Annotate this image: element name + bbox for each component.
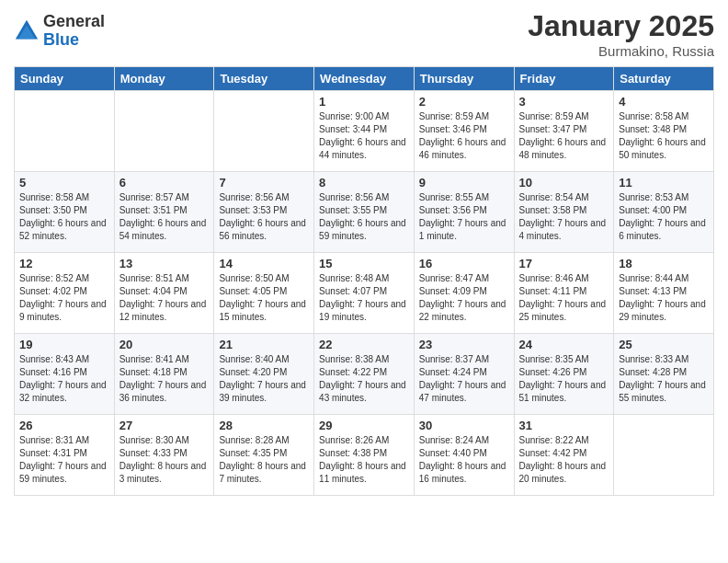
- day-number: 1: [319, 95, 409, 109]
- day-info: Sunrise: 8:50 AMSunset: 4:05 PMDaylight:…: [219, 272, 309, 324]
- calendar-cell: 13Sunrise: 8:51 AMSunset: 4:04 PMDayligh…: [114, 253, 214, 334]
- calendar-cell: 24Sunrise: 8:35 AMSunset: 4:26 PMDayligh…: [514, 334, 614, 415]
- logo: General Blue: [14, 13, 105, 50]
- day-info: Sunrise: 8:24 AMSunset: 4:40 PMDaylight:…: [419, 434, 509, 486]
- day-info: Sunrise: 8:53 AMSunset: 4:00 PMDaylight:…: [619, 191, 709, 243]
- day-number: 11: [619, 176, 709, 190]
- day-number: 18: [619, 257, 709, 270]
- calendar-week-2: 5Sunrise: 8:58 AMSunset: 3:50 PMDaylight…: [15, 172, 714, 253]
- day-number: 30: [419, 419, 509, 432]
- day-number: 26: [19, 419, 109, 432]
- weekday-header-friday: Friday: [514, 67, 614, 91]
- calendar-cell: 20Sunrise: 8:41 AMSunset: 4:18 PMDayligh…: [114, 334, 214, 415]
- calendar-cell: [214, 91, 314, 172]
- weekday-header-wednesday: Wednesday: [314, 67, 415, 91]
- calendar-cell: [15, 91, 115, 172]
- page: General Blue January 2025 Burmakino, Rus…: [0, 0, 728, 563]
- location: Burmakino, Russia: [528, 43, 714, 59]
- calendar-cell: 25Sunrise: 8:33 AMSunset: 4:28 PMDayligh…: [614, 334, 714, 415]
- calendar-cell: 7Sunrise: 8:56 AMSunset: 3:53 PMDaylight…: [214, 172, 314, 253]
- calendar-cell: 3Sunrise: 8:59 AMSunset: 3:47 PMDaylight…: [514, 91, 614, 172]
- day-number: 23: [419, 338, 509, 351]
- day-info: Sunrise: 8:38 AMSunset: 4:22 PMDaylight:…: [319, 353, 409, 405]
- calendar-cell: 4Sunrise: 8:58 AMSunset: 3:48 PMDaylight…: [614, 91, 714, 172]
- day-number: 15: [319, 257, 409, 270]
- weekday-header-monday: Monday: [114, 67, 214, 91]
- day-info: Sunrise: 9:00 AMSunset: 3:44 PMDaylight:…: [319, 110, 409, 162]
- day-info: Sunrise: 8:48 AMSunset: 4:07 PMDaylight:…: [319, 272, 409, 324]
- day-info: Sunrise: 8:37 AMSunset: 4:24 PMDaylight:…: [419, 353, 509, 405]
- calendar-cell: 28Sunrise: 8:28 AMSunset: 4:35 PMDayligh…: [214, 415, 314, 496]
- day-info: Sunrise: 8:43 AMSunset: 4:16 PMDaylight:…: [19, 353, 109, 405]
- day-number: 17: [519, 257, 609, 270]
- day-number: 21: [219, 338, 309, 351]
- day-number: 14: [219, 257, 309, 270]
- day-info: Sunrise: 8:59 AMSunset: 3:46 PMDaylight:…: [419, 110, 509, 162]
- calendar-cell: 22Sunrise: 8:38 AMSunset: 4:22 PMDayligh…: [314, 334, 415, 415]
- day-number: 6: [119, 176, 210, 190]
- calendar-cell: 27Sunrise: 8:30 AMSunset: 4:33 PMDayligh…: [114, 415, 214, 496]
- calendar-cell: 23Sunrise: 8:37 AMSunset: 4:24 PMDayligh…: [414, 334, 514, 415]
- day-info: Sunrise: 8:40 AMSunset: 4:20 PMDaylight:…: [219, 353, 309, 405]
- calendar-cell: 18Sunrise: 8:44 AMSunset: 4:13 PMDayligh…: [614, 253, 714, 334]
- calendar-cell: 8Sunrise: 8:56 AMSunset: 3:55 PMDaylight…: [314, 172, 415, 253]
- day-number: 9: [419, 176, 509, 190]
- logo-text: General Blue: [43, 13, 105, 50]
- day-number: 7: [219, 176, 309, 190]
- month-title: January 2025: [528, 9, 714, 43]
- day-info: Sunrise: 8:41 AMSunset: 4:18 PMDaylight:…: [119, 353, 210, 405]
- weekday-header-thursday: Thursday: [414, 67, 514, 91]
- day-info: Sunrise: 8:22 AMSunset: 4:42 PMDaylight:…: [519, 434, 609, 486]
- calendar-cell: 31Sunrise: 8:22 AMSunset: 4:42 PMDayligh…: [514, 415, 614, 496]
- day-info: Sunrise: 8:28 AMSunset: 4:35 PMDaylight:…: [219, 434, 309, 486]
- day-info: Sunrise: 8:26 AMSunset: 4:38 PMDaylight:…: [319, 434, 409, 486]
- calendar-cell: 1Sunrise: 9:00 AMSunset: 3:44 PMDaylight…: [314, 91, 415, 172]
- calendar-week-4: 19Sunrise: 8:43 AMSunset: 4:16 PMDayligh…: [15, 334, 714, 415]
- day-info: Sunrise: 8:57 AMSunset: 3:51 PMDaylight:…: [119, 191, 210, 243]
- logo-general: General: [43, 13, 105, 31]
- calendar-cell: 6Sunrise: 8:57 AMSunset: 3:51 PMDaylight…: [114, 172, 214, 253]
- weekday-header-saturday: Saturday: [614, 67, 714, 91]
- day-number: 2: [419, 95, 509, 109]
- day-number: 31: [519, 419, 609, 432]
- day-info: Sunrise: 8:54 AMSunset: 3:58 PMDaylight:…: [519, 191, 609, 243]
- day-info: Sunrise: 8:35 AMSunset: 4:26 PMDaylight:…: [519, 353, 609, 405]
- day-number: 4: [619, 95, 709, 109]
- calendar-cell: 26Sunrise: 8:31 AMSunset: 4:31 PMDayligh…: [15, 415, 115, 496]
- weekday-header-tuesday: Tuesday: [214, 67, 314, 91]
- day-number: 16: [419, 257, 509, 270]
- calendar-cell: 29Sunrise: 8:26 AMSunset: 4:38 PMDayligh…: [314, 415, 415, 496]
- weekday-header-sunday: Sunday: [15, 67, 115, 91]
- day-number: 25: [619, 338, 709, 351]
- calendar-table: SundayMondayTuesdayWednesdayThursdayFrid…: [14, 66, 714, 496]
- day-info: Sunrise: 8:46 AMSunset: 4:11 PMDaylight:…: [519, 272, 609, 324]
- weekday-header-row: SundayMondayTuesdayWednesdayThursdayFrid…: [15, 67, 714, 91]
- calendar-cell: 11Sunrise: 8:53 AMSunset: 4:00 PMDayligh…: [614, 172, 714, 253]
- day-info: Sunrise: 8:56 AMSunset: 3:53 PMDaylight:…: [219, 191, 309, 243]
- header: General Blue January 2025 Burmakino, Rus…: [14, 9, 714, 59]
- calendar-week-3: 12Sunrise: 8:52 AMSunset: 4:02 PMDayligh…: [15, 253, 714, 334]
- day-number: 22: [319, 338, 409, 351]
- day-number: 28: [219, 419, 309, 432]
- day-info: Sunrise: 8:44 AMSunset: 4:13 PMDaylight:…: [619, 272, 709, 324]
- day-info: Sunrise: 8:31 AMSunset: 4:31 PMDaylight:…: [19, 434, 109, 486]
- day-info: Sunrise: 8:33 AMSunset: 4:28 PMDaylight:…: [619, 353, 709, 405]
- calendar-cell: 5Sunrise: 8:58 AMSunset: 3:50 PMDaylight…: [15, 172, 115, 253]
- calendar-cell: 21Sunrise: 8:40 AMSunset: 4:20 PMDayligh…: [214, 334, 314, 415]
- day-info: Sunrise: 8:58 AMSunset: 3:50 PMDaylight:…: [19, 191, 109, 243]
- day-number: 3: [519, 95, 609, 109]
- logo-blue: Blue: [43, 31, 105, 50]
- calendar-cell: 14Sunrise: 8:50 AMSunset: 4:05 PMDayligh…: [214, 253, 314, 334]
- day-info: Sunrise: 8:30 AMSunset: 4:33 PMDaylight:…: [119, 434, 210, 486]
- calendar-cell: 9Sunrise: 8:55 AMSunset: 3:56 PMDaylight…: [414, 172, 514, 253]
- calendar-cell: 2Sunrise: 8:59 AMSunset: 3:46 PMDaylight…: [414, 91, 514, 172]
- day-number: 29: [319, 419, 409, 432]
- title-block: January 2025 Burmakino, Russia: [528, 9, 714, 59]
- calendar-cell: [614, 415, 714, 496]
- calendar-cell: 17Sunrise: 8:46 AMSunset: 4:11 PMDayligh…: [514, 253, 614, 334]
- calendar-week-1: 1Sunrise: 9:00 AMSunset: 3:44 PMDaylight…: [15, 91, 714, 172]
- calendar-cell: 19Sunrise: 8:43 AMSunset: 4:16 PMDayligh…: [15, 334, 115, 415]
- calendar-cell: 15Sunrise: 8:48 AMSunset: 4:07 PMDayligh…: [314, 253, 415, 334]
- day-number: 19: [19, 338, 109, 351]
- day-info: Sunrise: 8:47 AMSunset: 4:09 PMDaylight:…: [419, 272, 509, 324]
